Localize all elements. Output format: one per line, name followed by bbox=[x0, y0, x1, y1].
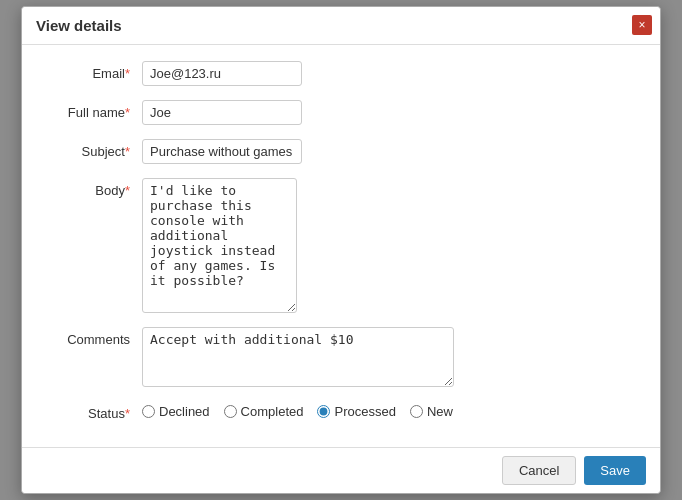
body-label: Body* bbox=[42, 178, 142, 198]
status-new-option[interactable]: New bbox=[410, 404, 453, 419]
email-row: Email* bbox=[42, 61, 640, 86]
status-options: Declined Completed Processed New bbox=[142, 404, 453, 419]
status-new-radio[interactable] bbox=[410, 405, 423, 418]
body-field[interactable] bbox=[142, 178, 297, 313]
fullname-row: Full name* bbox=[42, 100, 640, 125]
subject-required: * bbox=[125, 144, 130, 159]
close-button[interactable]: × bbox=[632, 15, 652, 35]
comments-field[interactable] bbox=[142, 327, 454, 387]
status-declined-label: Declined bbox=[159, 404, 210, 419]
status-processed-option[interactable]: Processed bbox=[317, 404, 395, 419]
status-row: Status* Declined Completed Processed bbox=[42, 401, 640, 421]
email-field[interactable] bbox=[142, 61, 302, 86]
status-completed-radio[interactable] bbox=[224, 405, 237, 418]
view-details-modal: View details × Email* Full name* bbox=[21, 6, 661, 494]
comments-label: Comments bbox=[42, 327, 142, 347]
body-required: * bbox=[125, 183, 130, 198]
status-processed-label: Processed bbox=[334, 404, 395, 419]
fullname-field[interactable] bbox=[142, 100, 302, 125]
body-row: Body* bbox=[42, 178, 640, 313]
email-required: * bbox=[125, 66, 130, 81]
status-label: Status* bbox=[42, 401, 142, 421]
status-required: * bbox=[125, 406, 130, 421]
save-button[interactable]: Save bbox=[584, 456, 646, 485]
modal-footer: Cancel Save bbox=[22, 447, 660, 493]
modal-title: View details bbox=[36, 17, 122, 34]
status-declined-option[interactable]: Declined bbox=[142, 404, 210, 419]
status-processed-radio[interactable] bbox=[317, 405, 330, 418]
fullname-required: * bbox=[125, 105, 130, 120]
email-label: Email* bbox=[42, 61, 142, 81]
status-completed-option[interactable]: Completed bbox=[224, 404, 304, 419]
modal-body: Email* Full name* Subject* bbox=[22, 45, 660, 447]
cancel-button[interactable]: Cancel bbox=[502, 456, 576, 485]
comments-row: Comments bbox=[42, 327, 640, 387]
fullname-label: Full name* bbox=[42, 100, 142, 120]
status-completed-label: Completed bbox=[241, 404, 304, 419]
modal-header: View details × bbox=[22, 7, 660, 45]
status-declined-radio[interactable] bbox=[142, 405, 155, 418]
status-new-label: New bbox=[427, 404, 453, 419]
subject-field[interactable] bbox=[142, 139, 302, 164]
subject-row: Subject* bbox=[42, 139, 640, 164]
subject-label: Subject* bbox=[42, 139, 142, 159]
